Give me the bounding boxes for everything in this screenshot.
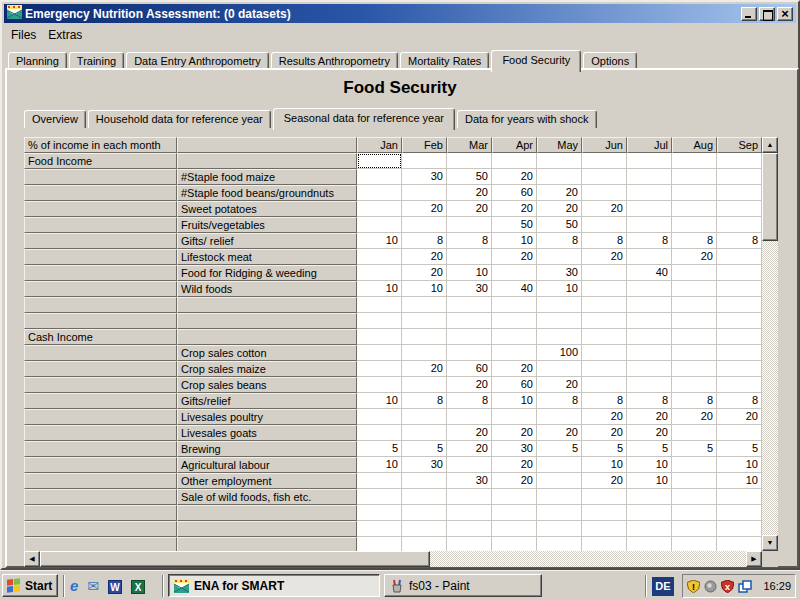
value-cell[interactable] xyxy=(717,153,762,169)
value-cell[interactable] xyxy=(582,313,627,329)
value-cell[interactable] xyxy=(582,537,627,551)
value-cell[interactable] xyxy=(672,265,717,281)
value-cell[interactable] xyxy=(537,169,582,185)
value-cell[interactable]: 30 xyxy=(402,457,447,473)
value-cell[interactable] xyxy=(447,489,492,505)
value-cell[interactable]: 20 xyxy=(537,201,582,217)
value-cell[interactable] xyxy=(717,281,762,297)
value-cell[interactable]: 10 xyxy=(357,233,402,249)
value-cell[interactable] xyxy=(357,377,402,393)
value-cell[interactable] xyxy=(717,345,762,361)
value-cell[interactable]: 100 xyxy=(537,345,582,361)
value-cell[interactable] xyxy=(627,217,672,233)
value-cell[interactable] xyxy=(537,153,582,169)
value-cell[interactable] xyxy=(627,153,672,169)
value-cell[interactable] xyxy=(717,185,762,201)
value-cell[interactable]: 10 xyxy=(447,265,492,281)
value-cell[interactable]: 20 xyxy=(627,409,672,425)
value-cell[interactable]: 20 xyxy=(582,249,627,265)
value-cell[interactable] xyxy=(537,457,582,473)
value-cell[interactable] xyxy=(672,313,717,329)
value-cell[interactable]: 10 xyxy=(492,233,537,249)
value-cell[interactable]: 60 xyxy=(492,185,537,201)
value-cell[interactable]: 20 xyxy=(402,265,447,281)
value-cell[interactable] xyxy=(672,217,717,233)
value-cell[interactable]: 10 xyxy=(627,473,672,489)
value-cell[interactable]: 20 xyxy=(402,249,447,265)
value-cell[interactable]: 30 xyxy=(447,281,492,297)
value-cell[interactable] xyxy=(357,345,402,361)
value-cell[interactable] xyxy=(627,377,672,393)
value-cell[interactable] xyxy=(447,521,492,537)
value-cell[interactable] xyxy=(627,521,672,537)
value-cell[interactable]: 50 xyxy=(537,217,582,233)
value-cell[interactable] xyxy=(357,201,402,217)
value-cell[interactable] xyxy=(717,425,762,441)
taskbar-clock[interactable]: 16:29 xyxy=(763,580,791,592)
value-cell[interactable] xyxy=(627,185,672,201)
value-cell[interactable] xyxy=(492,409,537,425)
value-cell[interactable]: 5 xyxy=(627,441,672,457)
value-cell[interactable]: 5 xyxy=(402,441,447,457)
value-cell[interactable]: 20 xyxy=(492,169,537,185)
value-cell[interactable]: 8 xyxy=(672,233,717,249)
value-cell[interactable] xyxy=(492,297,537,313)
value-cell[interactable]: 20 xyxy=(672,409,717,425)
value-cell[interactable] xyxy=(672,201,717,217)
value-cell[interactable] xyxy=(717,265,762,281)
value-cell[interactable] xyxy=(717,537,762,551)
value-cell[interactable] xyxy=(402,473,447,489)
value-cell[interactable] xyxy=(627,329,672,345)
menu-files[interactable]: Files xyxy=(8,27,45,43)
value-cell[interactable]: 20 xyxy=(582,201,627,217)
value-cell[interactable] xyxy=(447,249,492,265)
quick-launch-excel-icon[interactable]: X xyxy=(131,577,145,595)
vertical-scrollbar[interactable]: ▲ ▼ xyxy=(762,137,778,551)
value-cell[interactable] xyxy=(627,537,672,551)
value-cell[interactable]: 20 xyxy=(537,185,582,201)
value-cell[interactable] xyxy=(717,329,762,345)
value-cell[interactable] xyxy=(537,409,582,425)
tab-food-security[interactable]: Food Security xyxy=(491,50,581,72)
value-cell[interactable] xyxy=(357,505,402,521)
value-cell[interactable] xyxy=(672,361,717,377)
value-cell[interactable] xyxy=(402,217,447,233)
value-cell[interactable]: 8 xyxy=(582,233,627,249)
value-cell[interactable]: 20 xyxy=(672,249,717,265)
value-cell[interactable] xyxy=(357,537,402,551)
value-cell[interactable] xyxy=(582,505,627,521)
value-cell[interactable] xyxy=(582,377,627,393)
value-cell[interactable] xyxy=(672,537,717,551)
value-cell[interactable]: 10 xyxy=(357,457,402,473)
value-cell[interactable] xyxy=(717,169,762,185)
value-cell[interactable]: 50 xyxy=(447,169,492,185)
value-cell[interactable] xyxy=(492,521,537,537)
tray-network-icon[interactable] xyxy=(738,580,752,593)
value-cell[interactable] xyxy=(447,313,492,329)
value-cell[interactable] xyxy=(717,313,762,329)
value-cell[interactable] xyxy=(402,345,447,361)
value-cell[interactable] xyxy=(357,249,402,265)
subtab-household-data-for-reference-year[interactable]: Household data for reference year xyxy=(88,110,271,128)
value-cell[interactable] xyxy=(492,153,537,169)
scroll-right-button[interactable]: ▶ xyxy=(746,551,762,567)
value-cell[interactable]: 8 xyxy=(672,393,717,409)
value-cell[interactable]: 20 xyxy=(717,409,762,425)
value-cell[interactable]: 20 xyxy=(447,377,492,393)
value-cell[interactable] xyxy=(447,457,492,473)
value-cell[interactable]: 20 xyxy=(492,457,537,473)
value-cell[interactable]: 10 xyxy=(717,457,762,473)
value-cell[interactable] xyxy=(717,505,762,521)
value-cell[interactable] xyxy=(672,345,717,361)
language-indicator[interactable]: DE xyxy=(652,577,674,596)
tray-security-warning-shield-icon[interactable]: ! xyxy=(687,580,700,593)
value-cell[interactable] xyxy=(717,489,762,505)
value-cell[interactable]: 60 xyxy=(492,377,537,393)
value-cell[interactable] xyxy=(537,361,582,377)
value-cell[interactable]: 20 xyxy=(492,361,537,377)
value-cell[interactable]: 5 xyxy=(717,441,762,457)
value-cell[interactable] xyxy=(357,425,402,441)
value-cell[interactable] xyxy=(672,377,717,393)
titlebar[interactable]: Emergency Nutrition Assessment: (0 datas… xyxy=(4,4,796,23)
value-cell[interactable] xyxy=(402,489,447,505)
